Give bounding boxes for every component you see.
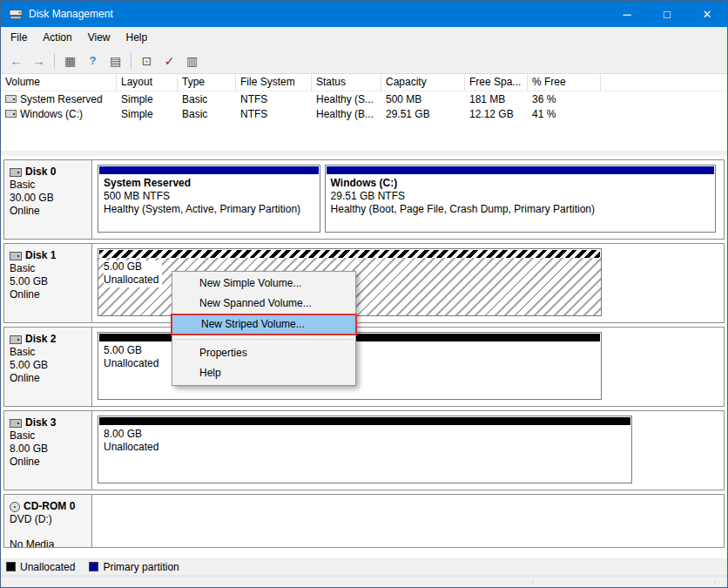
disk-2-header[interactable]: Disk 2 Basic 5.00 GB Online	[4, 328, 92, 406]
show-panes-icon[interactable]: ▤	[104, 51, 126, 71]
disk-type: Basic	[10, 262, 86, 275]
forward-icon[interactable]: →	[28, 51, 50, 71]
statusbar-divider	[533, 580, 534, 584]
minimize-icon[interactable]: ─	[607, 1, 647, 27]
legend-unallocated: Unallocated	[6, 561, 75, 573]
statusbar	[1, 575, 727, 587]
disk-size: 8.00 GB	[10, 443, 86, 456]
action-popup-icon[interactable]: ⊡	[136, 51, 158, 71]
unallocated-swatch	[6, 562, 16, 571]
legend: Unallocated Primary partition	[1, 558, 727, 575]
check-icon[interactable]: ✓	[158, 51, 180, 71]
toolbar: ← → ▦ ? ▤ ⊡ ✓ ▥	[1, 48, 727, 74]
disk-icon	[10, 335, 22, 344]
legend-label-primary-partition: Primary partition	[103, 561, 179, 573]
menu-item-properties[interactable]: Properties	[172, 343, 355, 363]
disk-1-row: Disk 1 Basic 5.00 GB Online 5.00 GB Unal…	[3, 243, 725, 323]
disk-0-row: Disk 0 Basic 30.00 GB Online System Rese…	[3, 159, 725, 240]
primary-partition-color-bar	[99, 166, 319, 174]
column-header-pct-free[interactable]: % Free	[528, 74, 601, 91]
volume-layout: Simple	[117, 93, 178, 105]
window-controls: ─ □ ✕	[607, 1, 727, 27]
volume-name: System Reserved	[20, 93, 103, 105]
close-icon[interactable]: ✕	[687, 1, 727, 27]
disk-size: 30.00 GB	[10, 192, 86, 205]
cdrom-graphic	[92, 495, 724, 547]
back-icon[interactable]: ←	[5, 51, 27, 71]
cdrom-header[interactable]: CD-ROM 0 DVD (D:) No Media	[4, 495, 92, 547]
report-icon[interactable]: ▥	[181, 51, 203, 71]
menu-item-new-spanned-volume[interactable]: New Spanned Volume...	[172, 294, 355, 314]
legend-label-unallocated: Unallocated	[20, 561, 75, 573]
cdrom-name: CD-ROM 0	[24, 500, 75, 513]
disk-type: Basic	[10, 346, 86, 359]
volume-row-system-reserved[interactable]: System Reserved Simple Basic NTFS Health…	[1, 91, 727, 106]
disk-3-row: Disk 3 Basic 8.00 GB Online 8.00 GB Unal…	[3, 410, 725, 490]
volume-file-system: NTFS	[236, 93, 312, 105]
unallocated-text: 5.00 GB Unallocated	[104, 260, 162, 287]
toolbar-separator	[131, 53, 131, 69]
column-header-status[interactable]: Status	[312, 74, 381, 91]
menu-item-help[interactable]: Help	[172, 363, 355, 383]
partition-system-reserved[interactable]: System Reserved 500 MB NTFS Healthy (Sys…	[98, 165, 320, 233]
volume-file-system: NTFS	[236, 108, 312, 120]
disk-1-header[interactable]: Disk 1 Basic 5.00 GB Online	[4, 244, 92, 322]
unallocated-label: Unallocated	[104, 441, 626, 454]
unallocated-size: 8.00 GB	[104, 428, 626, 441]
disk-name: Disk 0	[25, 166, 56, 179]
disk-status: Online	[10, 205, 86, 218]
disk-icon	[10, 419, 22, 428]
disk-management-window: Disk Management ─ □ ✕ File Action View H…	[0, 0, 728, 588]
disk-2-row: Disk 2 Basic 5.00 GB Online 5.00 GB Unal…	[3, 327, 725, 407]
volume-icon	[5, 110, 17, 118]
graphical-view: Disk 0 Basic 30.00 GB Online System Rese…	[1, 156, 727, 558]
volume-pct-free: 36 %	[528, 93, 601, 105]
disk-icon	[10, 168, 22, 177]
volume-free-space: 12.12 GB	[465, 108, 528, 120]
column-header-type[interactable]: Type	[178, 74, 236, 91]
disk-name: Disk 1	[25, 249, 56, 262]
disk-type: Basic	[10, 179, 86, 192]
volume-row-windows-c[interactable]: Windows (C:) Simple Basic NTFS Healthy (…	[1, 106, 727, 121]
volume-list-header: Volume Layout Type File System Status Ca…	[1, 74, 727, 91]
disk-0-header[interactable]: Disk 0 Basic 30.00 GB Online	[4, 160, 92, 239]
volume-name: Windows (C:)	[20, 108, 83, 120]
volume-type: Basic	[178, 108, 236, 120]
disk-size: 5.00 GB	[10, 359, 86, 372]
cdrom-row: CD-ROM 0 DVD (D:) No Media	[3, 494, 725, 548]
console-tree-icon[interactable]: ▦	[59, 51, 81, 71]
partition-windows-c[interactable]: Windows (C:) 29.51 GB NTFS Healthy (Boot…	[325, 165, 716, 233]
menu-view[interactable]: View	[80, 28, 118, 47]
disk-3-graphic: 8.00 GB Unallocated	[92, 411, 724, 490]
disk-status: Online	[10, 456, 86, 469]
disk-0-graphic: System Reserved 500 MB NTFS Healthy (Sys…	[92, 160, 724, 239]
disk-3-header[interactable]: Disk 3 Basic 8.00 GB Online	[4, 411, 92, 490]
partition-title: Windows (C:)	[331, 177, 710, 190]
cdrom-media-status: No Media	[10, 538, 86, 547]
column-header-layout[interactable]: Layout	[117, 74, 178, 91]
unallocated-region-disk3[interactable]: 8.00 GB Unallocated	[98, 416, 632, 483]
volume-pct-free: 41 %	[528, 108, 601, 120]
statusbar-divider	[715, 580, 716, 584]
primary-partition-swatch	[89, 562, 98, 571]
menu-file[interactable]: File	[3, 28, 35, 47]
volume-free-space: 181 MB	[465, 93, 528, 105]
legend-primary-partition: Primary partition	[89, 561, 179, 573]
unallocated-label: Unallocated	[104, 274, 158, 287]
partition-detail: 29.51 GB NTFS	[331, 190, 710, 203]
maximize-icon[interactable]: □	[647, 1, 687, 27]
menu-item-new-simple-volume[interactable]: New Simple Volume...	[172, 274, 355, 294]
column-header-file-system[interactable]: File System	[236, 74, 312, 91]
column-header-volume[interactable]: Volume	[1, 74, 117, 91]
disk-icon	[10, 252, 22, 260]
menu-item-new-striped-volume[interactable]: New Striped Volume...	[171, 314, 357, 335]
partition-detail: 500 MB NTFS	[104, 190, 314, 203]
menu-action[interactable]: Action	[35, 28, 79, 47]
menu-help[interactable]: Help	[118, 28, 156, 47]
column-header-capacity[interactable]: Capacity	[381, 74, 465, 91]
volume-icon	[5, 95, 17, 103]
disk-name: Disk 3	[25, 416, 56, 429]
primary-partition-color-bar	[327, 166, 714, 174]
column-header-free-space[interactable]: Free Spa...	[465, 74, 528, 91]
help-icon[interactable]: ?	[82, 51, 104, 71]
